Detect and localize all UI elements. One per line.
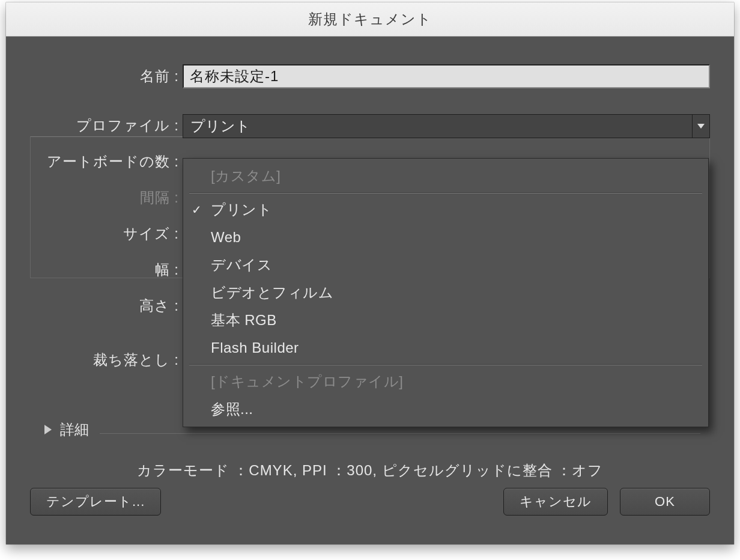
profile-label: プロファイル : bbox=[30, 116, 183, 135]
name-input[interactable] bbox=[183, 64, 710, 88]
dialog-body: 名前 : プロファイル : プリント アートボードの数 : 間隔 : サイズ :… bbox=[6, 37, 734, 378]
details-disclosure[interactable]: 詳細 bbox=[44, 420, 89, 439]
details-label: 詳細 bbox=[60, 420, 89, 439]
cancel-button[interactable]: キャンセル bbox=[503, 488, 608, 516]
dropdown-item-browse[interactable]: 参照... bbox=[183, 395, 708, 423]
dialog-titlebar: 新規ドキュメント bbox=[6, 2, 734, 37]
dropdown-item-print[interactable]: ✓ プリント bbox=[183, 196, 708, 224]
name-row: 名前 : bbox=[30, 58, 710, 94]
profile-row: プロファイル : プリント bbox=[30, 108, 710, 144]
spacing-label: 間隔 : bbox=[30, 188, 183, 207]
dropdown-custom-header: [カスタム] bbox=[183, 162, 708, 190]
size-label: サイズ : bbox=[30, 224, 183, 243]
chevron-down-icon bbox=[692, 115, 709, 138]
profile-select[interactable]: プリント bbox=[183, 114, 710, 138]
profile-select-value: プリント bbox=[190, 117, 250, 136]
name-label: 名前 : bbox=[30, 67, 183, 86]
dialog-button-row: テンプレート... キャンセル OK bbox=[30, 487, 710, 517]
dropdown-item-devices[interactable]: デバイス bbox=[183, 251, 708, 279]
artboards-label: アートボードの数 : bbox=[30, 152, 183, 171]
ok-button[interactable]: OK bbox=[620, 488, 710, 516]
new-document-dialog: 新規ドキュメント 名前 : プロファイル : プリント アートボードの数 : 間… bbox=[6, 2, 734, 544]
dropdown-item-flash-builder[interactable]: Flash Builder bbox=[183, 334, 708, 362]
bleed-label: 裁ち落とし : bbox=[30, 350, 183, 370]
details-separator bbox=[100, 433, 700, 434]
profile-dropdown-list[interactable]: [カスタム] ✓ プリント Web デバイス ビデオとフィルム 基本 RGB F… bbox=[183, 158, 709, 427]
dropdown-item-basic-rgb[interactable]: 基本 RGB bbox=[183, 306, 708, 334]
dropdown-doc-profile-header: [ドキュメントプロファイル] bbox=[183, 368, 708, 395]
check-icon: ✓ bbox=[192, 201, 202, 219]
dropdown-item-web[interactable]: Web bbox=[183, 224, 708, 251]
dropdown-separator bbox=[189, 192, 702, 193]
dropdown-item-video-film[interactable]: ビデオとフィルム bbox=[183, 279, 708, 306]
template-button[interactable]: テンプレート... bbox=[30, 488, 161, 516]
dropdown-separator bbox=[189, 364, 702, 365]
disclosure-triangle-icon bbox=[44, 425, 52, 434]
height-label: 高さ : bbox=[30, 296, 183, 315]
width-label: 幅 : bbox=[30, 260, 183, 279]
document-summary: カラーモード ：CMYK, PPI ：300, ピクセルグリッドに整合 ：オフ bbox=[6, 461, 734, 480]
dialog-title: 新規ドキュメント bbox=[308, 10, 432, 29]
